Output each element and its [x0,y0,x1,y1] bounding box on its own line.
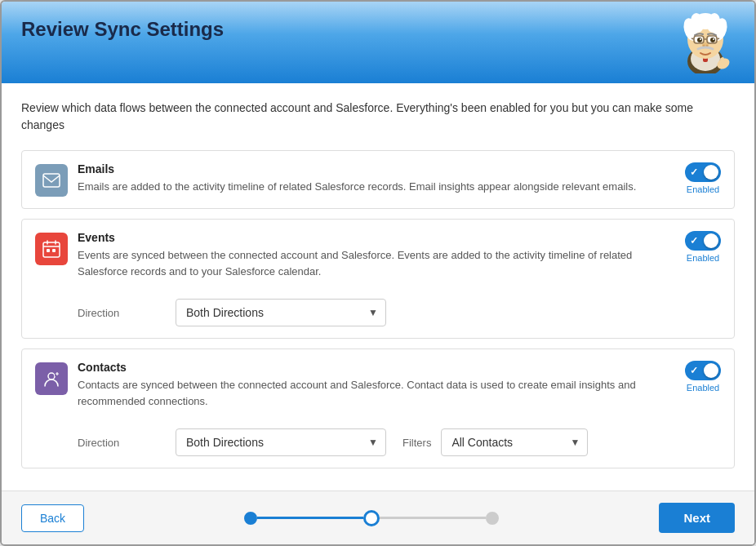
emails-text-block: Emails Emails are added to the activity … [78,162,672,195]
svg-rect-30 [47,249,50,252]
svg-rect-25 [43,174,60,187]
progress-bar [244,510,499,526]
events-section: Events Events are synced between the con… [21,219,735,339]
emails-title: Emails [78,162,672,175]
svg-point-12 [710,38,715,42]
svg-point-11 [697,38,702,42]
progress-line-1 [257,517,363,519]
toggle-knob [704,363,718,378]
page-title: Review Sync Settings [21,18,735,41]
contacts-desc: Contacts are synced between the connecte… [78,377,672,409]
contacts-left: Contacts Contacts are synced between the… [35,361,672,409]
app-window: Review Sync Settings [0,0,756,546]
contacts-direction-label: Direction [78,437,176,449]
contacts-filters-label: Filters [402,437,431,449]
toggle-check-icon: ✓ [690,166,698,178]
events-left: Events Events are synced between the con… [35,231,672,279]
contacts-direction-select-wrapper: Both Directions Salesforce to Connected … [176,428,386,456]
emails-header: Emails Emails are added to the activity … [35,162,721,197]
contacts-toggle[interactable]: ✓ [685,361,721,380]
events-desc: Events are synced between the connected … [78,247,672,279]
emails-toggle-area: ✓ Enabled [685,162,721,194]
emails-enabled-label: Enabled [687,184,719,194]
contacts-filters-select-wrapper: All Contacts My Contacts Custom Filter ▼ [441,428,588,456]
emails-left: Emails Emails are added to the activity … [35,162,672,197]
toggle-knob [704,165,718,180]
contacts-enabled-label: Enabled [687,383,719,393]
svg-point-32 [48,373,55,380]
progress-step-1 [244,512,257,525]
svg-line-22 [717,38,719,39]
toggle-check-icon: ✓ [690,365,698,376]
svg-rect-26 [43,242,60,257]
contacts-section: Contacts Contacts are synced between the… [21,348,735,468]
progress-step-3 [486,512,499,525]
events-direction-label: Direction [78,307,176,319]
contacts-title: Contacts [78,361,672,374]
contacts-direction-row: Direction Both Directions Salesforce to … [35,420,721,456]
contacts-header: Contacts Contacts are synced between the… [35,361,721,409]
content-area: Review which data flows between the conn… [2,83,754,491]
contacts-direction-select[interactable]: Both Directions Salesforce to Connected … [176,428,386,456]
next-button[interactable]: Next [659,503,735,533]
events-toggle[interactable]: ✓ [685,231,721,251]
events-icon [35,233,68,265]
events-direction-select-wrapper: Both Directions Salesforce to Connected … [176,299,386,326]
contacts-toggle-area: ✓ Enabled [685,361,721,393]
footer: Back Next [2,491,754,544]
emails-desc: Emails are added to the activity timelin… [78,179,672,195]
back-button[interactable]: Back [21,504,84,532]
toggle-check-icon: ✓ [690,235,698,246]
email-icon [35,164,68,197]
contacts-icon [35,362,68,395]
events-direction-select[interactable]: Both Directions Salesforce to Connected … [176,299,386,326]
emails-toggle[interactable]: ✓ [685,162,721,182]
contacts-text-block: Contacts Contacts are synced between the… [78,361,672,409]
svg-line-21 [692,38,694,39]
header: Review Sync Settings [2,2,754,83]
svg-rect-31 [52,249,56,252]
events-direction-row: Direction Both Directions Salesforce to … [35,291,721,326]
progress-step-2 [363,510,380,526]
einstein-mascot [673,8,738,73]
events-header: Events Events are synced between the con… [35,231,721,279]
toggle-knob [704,233,718,248]
events-toggle-area: ✓ Enabled [685,231,721,263]
events-title: Events [78,231,672,244]
emails-section: Emails Emails are added to the activity … [21,150,735,209]
progress-line-2 [380,517,486,519]
svg-point-13 [700,38,701,40]
contacts-filters-select[interactable]: All Contacts My Contacts Custom Filter [441,428,588,456]
intro-text: Review which data flows between the conn… [21,100,735,134]
events-text-block: Events Events are synced between the con… [78,231,672,279]
mascot-image [673,8,738,73]
events-enabled-label: Enabled [687,253,719,263]
svg-point-14 [713,38,714,40]
